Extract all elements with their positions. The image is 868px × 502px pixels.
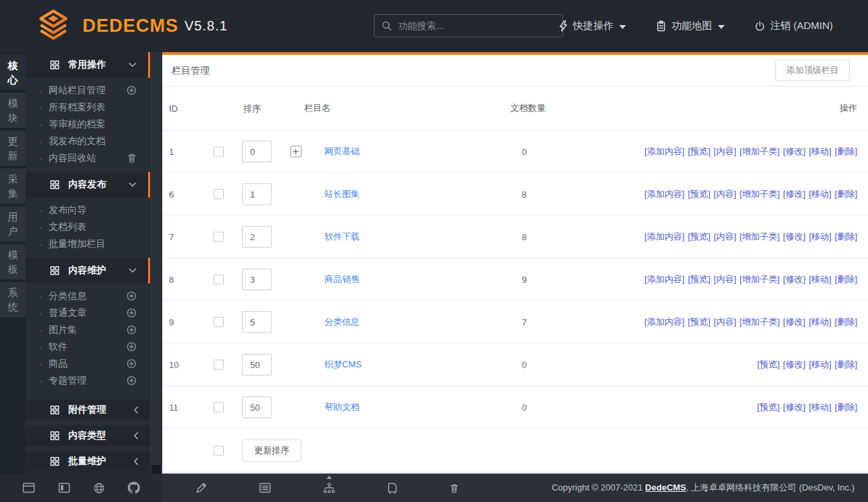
action-link[interactable]: [添加内容]: [644, 231, 684, 242]
dedecms-link[interactable]: DedeCMS: [645, 482, 686, 493]
row-checkbox[interactable]: [214, 232, 224, 242]
logo[interactable]: DEDECMS V5.8.1: [35, 7, 228, 44]
action-link[interactable]: [修改]: [783, 189, 805, 199]
header-menu-item[interactable]: 注销 (ADMIN): [754, 20, 834, 32]
row-checkbox[interactable]: [214, 275, 224, 285]
action-link[interactable]: [移动]: [809, 146, 831, 156]
action-link[interactable]: [移动]: [809, 317, 831, 327]
sort-order-input[interactable]: [242, 354, 272, 375]
sidebar-section-header[interactable]: 附件管理: [26, 400, 150, 420]
sidebar-section-header[interactable]: 批量维护: [26, 451, 150, 472]
action-link[interactable]: [修改]: [783, 359, 805, 369]
action-link[interactable]: [预览]: [688, 317, 710, 327]
action-link[interactable]: [移动]: [809, 231, 831, 242]
action-link[interactable]: [增加子类]: [740, 274, 779, 284]
sidebar-item[interactable]: ·文档列表: [26, 219, 150, 235]
sidebar-section-header[interactable]: 内容维护: [26, 258, 150, 283]
trash-icon[interactable]: [127, 153, 137, 163]
action-link[interactable]: [添加内容]: [644, 189, 684, 199]
sort-order-input[interactable]: [242, 396, 272, 418]
sort-order-input[interactable]: [242, 226, 272, 248]
action-link[interactable]: [添加内容]: [644, 317, 684, 327]
action-link[interactable]: [内容]: [714, 317, 736, 327]
action-link[interactable]: [移动]: [809, 359, 831, 369]
action-link[interactable]: [删除]: [835, 189, 857, 199]
header-menu-item[interactable]: 快捷操作: [558, 20, 626, 32]
select-all-checkbox[interactable]: [214, 445, 224, 455]
action-link[interactable]: [添加内容]: [644, 274, 684, 284]
action-link[interactable]: [修改]: [783, 317, 805, 327]
action-link[interactable]: [删除]: [835, 274, 857, 284]
action-link[interactable]: [预览]: [688, 146, 710, 156]
sidebar-section-header[interactable]: 常用操作: [26, 52, 150, 78]
sidebar-item[interactable]: ·发布向导: [26, 202, 150, 219]
sort-order-input[interactable]: [242, 141, 272, 162]
row-checkbox[interactable]: [214, 147, 224, 157]
module-tab[interactable]: 模板: [0, 244, 26, 279]
action-link[interactable]: [内容]: [714, 189, 736, 199]
action-link[interactable]: [内容]: [714, 274, 736, 284]
action-link[interactable]: [预览]: [688, 231, 710, 242]
search-input[interactable]: [398, 20, 556, 31]
window-icon[interactable]: [22, 482, 35, 493]
plus-circle-icon[interactable]: [126, 342, 137, 352]
plus-circle-icon[interactable]: [126, 308, 137, 318]
sidebar-item[interactable]: ·软件: [26, 338, 150, 355]
sort-order-input[interactable]: [242, 269, 272, 290]
module-tab[interactable]: 模块: [0, 93, 26, 128]
action-link[interactable]: [增加子类]: [740, 317, 779, 327]
action-link[interactable]: [内容]: [714, 231, 736, 242]
sidebar-item[interactable]: ·批量增加栏目: [26, 235, 150, 252]
action-link[interactable]: [移动]: [809, 402, 831, 412]
action-link[interactable]: [删除]: [835, 146, 857, 156]
trash-icon[interactable]: [450, 483, 459, 493]
action-link[interactable]: [修改]: [783, 146, 805, 156]
sidebar-section-header[interactable]: 内容类型: [26, 426, 150, 446]
action-link[interactable]: [删除]: [835, 231, 857, 242]
category-name-link[interactable]: 织梦CMS: [324, 359, 362, 369]
action-link[interactable]: [移动]: [809, 274, 831, 284]
sidebar-item[interactable]: ·等审核的档案: [26, 116, 150, 133]
header-menu-item[interactable]: 功能地图: [656, 20, 725, 32]
sidebar-item[interactable]: ·内容回收站: [26, 150, 150, 166]
action-link[interactable]: [增加子类]: [740, 231, 779, 242]
module-tab[interactable]: 用户: [0, 206, 26, 242]
category-name-link[interactable]: 软件下载: [324, 231, 360, 242]
sidebar-item[interactable]: ·我发布的文档: [26, 133, 150, 150]
github-icon[interactable]: [128, 482, 140, 494]
sidebar-scrollbar[interactable]: [150, 52, 162, 474]
action-link[interactable]: [修改]: [783, 402, 805, 412]
category-name-link[interactable]: 商品销售: [324, 274, 360, 284]
sitemap-icon[interactable]: [323, 482, 335, 494]
add-top-category-button[interactable]: 添加顶级栏目: [775, 60, 850, 81]
module-tab[interactable]: 更新: [0, 131, 26, 166]
plus-circle-icon[interactable]: [126, 85, 137, 95]
row-checkbox[interactable]: [214, 189, 224, 200]
sidebar-item[interactable]: ·分类信息: [26, 288, 150, 304]
sidebar-section-header[interactable]: 内容发布: [26, 172, 150, 198]
sidebar-item[interactable]: ·普通文章: [26, 304, 150, 321]
globe-icon[interactable]: [93, 482, 105, 494]
action-link[interactable]: [删除]: [835, 317, 857, 327]
category-name-link[interactable]: 分类信息: [324, 317, 360, 327]
action-link[interactable]: [移动]: [809, 189, 831, 199]
module-tab[interactable]: 系统: [0, 282, 26, 317]
sidebar-item[interactable]: ·图片集: [26, 321, 150, 338]
action-link[interactable]: [预览]: [688, 189, 710, 199]
row-checkbox[interactable]: [214, 317, 224, 327]
category-name-link[interactable]: 网页基础: [324, 146, 360, 156]
sidebar-item[interactable]: ·所有档案列表: [26, 99, 150, 116]
module-tab[interactable]: 采集: [0, 168, 26, 204]
sidebar-item[interactable]: ·网站栏目管理: [26, 82, 150, 99]
plus-circle-icon[interactable]: [126, 325, 137, 335]
action-link[interactable]: [修改]: [783, 274, 805, 284]
action-link[interactable]: [删除]: [835, 359, 857, 369]
row-checkbox[interactable]: [214, 403, 224, 413]
action-link[interactable]: [预览]: [757, 359, 779, 369]
action-link[interactable]: [预览]: [688, 274, 710, 284]
sort-order-input[interactable]: [242, 183, 272, 205]
list-icon[interactable]: [259, 482, 271, 493]
action-link[interactable]: [修改]: [783, 231, 805, 242]
plus-circle-icon[interactable]: [126, 359, 137, 369]
update-sort-button[interactable]: 更新排序: [242, 439, 302, 461]
